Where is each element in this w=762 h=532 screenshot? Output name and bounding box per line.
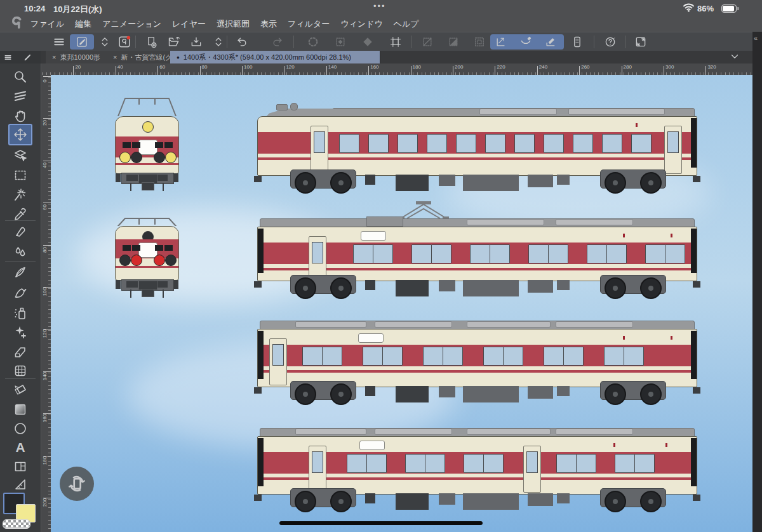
figure-grid-tool-icon[interactable] (12, 362, 29, 379)
car-end-post (258, 438, 264, 486)
magic-wand-tool-icon[interactable] (12, 187, 29, 203)
redo-icon[interactable] (269, 34, 286, 50)
under-equipment-box (463, 386, 519, 402)
menu-item-フィルター[interactable]: フィルター (288, 18, 330, 30)
blend-diamond-icon[interactable] (359, 34, 376, 50)
deselect-icon[interactable] (419, 34, 436, 50)
frame-border-tool-icon[interactable] (12, 458, 29, 475)
save-options-chevrons-icon[interactable] (210, 34, 227, 50)
menu-item-ファイル[interactable]: ファイル (30, 18, 64, 30)
companion-mode-icon[interactable] (569, 34, 585, 50)
main-menu-icon[interactable] (51, 34, 67, 50)
front-step (173, 173, 178, 182)
roof-vent (467, 321, 551, 328)
h-ruler-tick (200, 66, 201, 75)
front-equipment (156, 175, 168, 181)
menu-item-レイヤー[interactable]: レイヤー (172, 18, 206, 30)
chevron-down-icon[interactable] (729, 51, 740, 63)
shape-circle-tool-icon[interactable] (12, 420, 29, 437)
snap-to-special-ruler-icon[interactable] (518, 34, 534, 50)
window (368, 134, 389, 153)
front-light (165, 152, 177, 163)
under-equipment-box (557, 175, 570, 185)
marquee-tool-icon[interactable] (12, 167, 29, 183)
snap-to-ruler-icon[interactable] (493, 34, 509, 50)
edit-tool-active-icon[interactable] (70, 34, 94, 50)
invert-selection-icon[interactable] (445, 34, 462, 50)
tool-switch-chevrons-icon[interactable] (97, 34, 113, 50)
zoom-tool-icon[interactable] (12, 69, 29, 85)
brush-tool-icon[interactable] (12, 284, 29, 301)
help-icon[interactable] (602, 34, 618, 50)
new-canvas-icon[interactable] (144, 34, 160, 50)
tab-close-icon[interactable]: × (52, 53, 56, 61)
text-tool-icon[interactable]: A (12, 439, 29, 456)
fill-bucket-tool-icon[interactable] (12, 382, 29, 399)
tab-close-icon[interactable]: × (113, 53, 117, 61)
hand-tool-icon[interactable] (12, 108, 29, 124)
menu-item-ヘルプ[interactable]: ヘルプ (394, 18, 419, 30)
window (456, 134, 476, 153)
transparent-color-swatch[interactable] (3, 519, 30, 529)
pen-tool-icon[interactable] (12, 223, 29, 240)
menu-item-ウィンドウ[interactable]: ウィンドウ (340, 18, 383, 30)
snap-to-grid-icon[interactable] (542, 34, 559, 50)
pencil-tool-icon[interactable] (12, 264, 29, 281)
palette-header (0, 51, 41, 63)
h-ruler-tick (284, 66, 284, 75)
menu-bar: ファイル編集アニメーションレイヤー選択範囲表示フィルターウィンドウヘルプ (0, 17, 762, 32)
roof-vent (467, 429, 551, 435)
train-side-view (257, 218, 697, 310)
menu-item-選択範囲[interactable]: 選択範囲 (217, 18, 250, 30)
under-equipment-box (439, 175, 455, 186)
front-light (119, 152, 131, 163)
palette-pen-icon[interactable] (23, 52, 32, 64)
front-coupler (142, 289, 154, 297)
brake-hose (163, 183, 164, 191)
fullscreen-icon[interactable] (632, 34, 649, 50)
wheel (640, 383, 662, 405)
gradient-tool-icon[interactable] (12, 401, 29, 418)
roof-vent-dot (671, 234, 672, 237)
under-equipment-box (365, 493, 375, 503)
palette-menu-icon[interactable] (4, 53, 12, 64)
h-ruler-label: 80 (202, 64, 208, 70)
under-equipment-box (439, 280, 455, 291)
flow-lines-tool-icon[interactable] (12, 88, 29, 105)
wheel (330, 383, 352, 405)
menu-item-表示[interactable]: 表示 (260, 18, 277, 30)
car-end-post (258, 331, 264, 379)
clip-studio-app-badge-icon[interactable] (116, 34, 133, 50)
clip-studio-logo[interactable] (10, 15, 24, 32)
canvas[interactable] (51, 75, 752, 532)
eraser-tool-icon[interactable] (12, 343, 29, 360)
v-ruler-label: 40 (42, 160, 48, 170)
decoration-tool-icon[interactable] (12, 324, 29, 340)
under-equipment-box (396, 280, 429, 296)
h-ruler-tick (368, 66, 369, 75)
v-ruler-label: 0 (42, 76, 48, 86)
menu-item-アニメーション[interactable]: アニメーション (102, 18, 161, 30)
wheel-hub (648, 286, 653, 291)
object-select-tool-icon[interactable] (12, 147, 29, 164)
open-file-icon[interactable] (166, 34, 182, 50)
selection-border-icon[interactable] (471, 34, 488, 50)
undo-icon[interactable] (234, 34, 250, 50)
home-indicator[interactable] (279, 521, 483, 525)
door (523, 446, 541, 493)
canvas-size-icon[interactable] (387, 34, 404, 50)
airbrush-tool-icon[interactable] (12, 305, 29, 321)
roof-vent (467, 219, 544, 225)
save-icon[interactable] (188, 34, 204, 50)
move-tool-icon[interactable] (12, 126, 29, 143)
door (311, 126, 328, 174)
window (485, 134, 505, 153)
document-tab[interactable]: ●1400系・4300系* (594.00 x 420.00mm 600dpi … (170, 51, 380, 63)
collapse-panel-icon[interactable]: « (754, 34, 758, 42)
rotate-canvas-button[interactable] (60, 467, 94, 501)
layer-select-icon[interactable] (332, 34, 349, 50)
window (398, 134, 418, 153)
menu-item-編集[interactable]: 編集 (75, 18, 91, 30)
blend-drops-tool-icon[interactable] (12, 244, 29, 260)
ruler-flag-tool-icon[interactable] (12, 476, 29, 493)
